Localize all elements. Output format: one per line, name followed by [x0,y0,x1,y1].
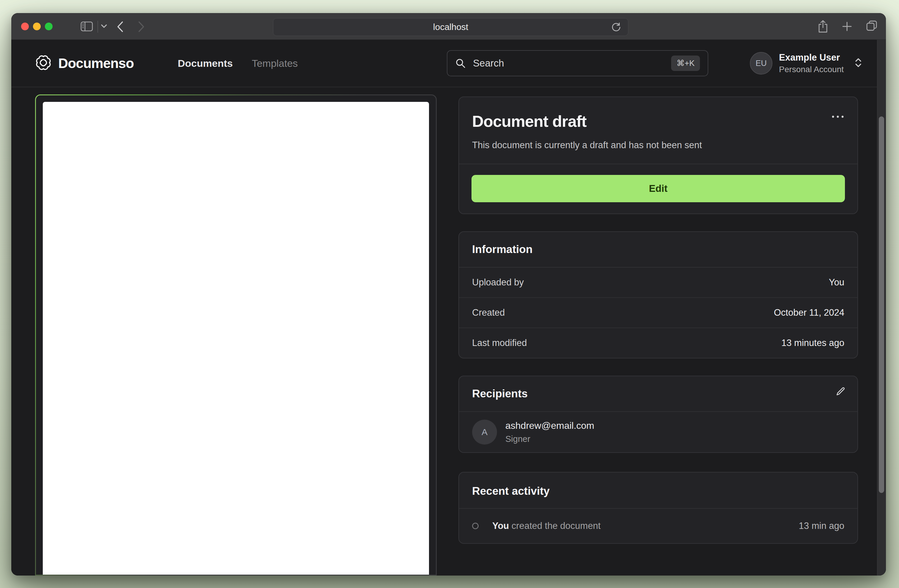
activity-bullet-icon [472,523,479,529]
recipients-title: Recipients [472,387,844,400]
search-icon [455,58,466,69]
edit-recipients-pencil-icon[interactable] [836,386,845,398]
user-account-type: Personal Account [779,65,844,74]
address-bar-url: localhost [433,22,468,32]
browser-toolbar: localhost [11,13,886,40]
search-input[interactable]: Search ⌘+K [447,50,708,76]
account-menu[interactable]: EU Example User Personal Account [750,52,862,74]
minimize-window-button[interactable] [33,23,41,30]
main-nav: Documents Templates [178,58,298,69]
information-card: Information Uploaded by You Created Octo… [459,231,858,358]
edit-button[interactable]: Edit [471,175,845,202]
activity-row: You created the document 13 min ago [459,509,857,543]
toolbar-separator [97,21,98,32]
recipient-avatar: A [472,420,497,444]
user-avatar: EU [750,52,772,74]
activity-title: Recent activity [472,485,844,497]
information-card-header: Information [459,232,857,268]
browser-window: localhost [11,13,886,576]
zoom-window-button[interactable] [45,23,53,30]
reload-icon[interactable] [611,22,621,32]
info-label: Uploaded by [472,277,524,288]
info-label: Created [472,307,505,318]
address-bar[interactable]: localhost [273,18,628,36]
activity-card-header: Recent activity [459,472,857,509]
nav-item-documents[interactable]: Documents [178,58,233,69]
activity-text: You created the document [492,520,601,531]
info-row-last-modified: Last modified 13 minutes ago [459,327,857,358]
info-value: You [829,277,844,288]
traffic-lights [21,23,53,30]
activity-action: created the document [509,520,601,531]
main-content: Document draft This document is currentl… [11,87,886,576]
draft-card-subtitle: This document is currently a draft and h… [472,140,844,151]
chevron-down-icon[interactable] [100,24,108,28]
recipient-role: Signer [505,434,594,444]
info-value: 13 minutes ago [782,338,844,348]
draft-card-footer: Edit [459,164,857,213]
share-icon[interactable] [817,20,829,33]
search-shortcut-badge: ⌘+K [671,56,700,71]
tab-overview-icon[interactable] [865,20,878,33]
forward-icon[interactable] [137,20,145,33]
draft-status-card: Document draft This document is currentl… [459,97,858,214]
scrollbar-thumb[interactable] [879,116,884,493]
draft-card-header: Document draft This document is currentl… [459,97,857,164]
info-value: October 11, 2024 [774,307,844,318]
recipients-card-header: Recipients [459,376,857,412]
back-icon[interactable] [116,20,124,33]
recipient-row: A ashdrew@email.com Signer [459,412,857,452]
close-window-button[interactable] [21,23,29,30]
scrollbar-track[interactable] [877,40,886,576]
ellipsis-menu-icon[interactable] [831,114,844,120]
recipients-card: Recipients A ashdrew@email.com Signer [459,376,858,453]
brand[interactable]: Documenso [35,54,134,72]
information-title: Information [472,243,844,256]
new-tab-icon[interactable] [841,20,853,33]
nav-item-templates[interactable]: Templates [252,58,298,69]
document-sidebar: Document draft This document is currentl… [459,97,858,544]
draft-card-title: Document draft [472,112,844,130]
chevrons-up-down-icon [854,58,862,69]
info-row-uploaded-by: Uploaded by You [459,268,857,297]
info-label: Last modified [472,338,527,348]
search-placeholder: Search [473,58,504,69]
brand-name: Documenso [58,55,134,71]
document-page[interactable] [43,102,429,575]
app-header: Documenso Documents Templates Search ⌘+K… [11,40,886,87]
documenso-logo-icon [35,54,52,72]
activity-actor: You [492,520,509,531]
user-name: Example User [779,52,844,63]
document-preview-frame [35,94,437,576]
recipient-email: ashdrew@email.com [505,420,594,431]
info-row-created: Created October 11, 2024 [459,297,857,327]
toolbar-right-icons [817,20,878,33]
document-preview-inner [36,95,436,575]
activity-time: 13 min ago [799,520,844,531]
recent-activity-card: Recent activity You created the document… [459,472,858,544]
sidebar-toggle-icon[interactable] [80,20,93,32]
